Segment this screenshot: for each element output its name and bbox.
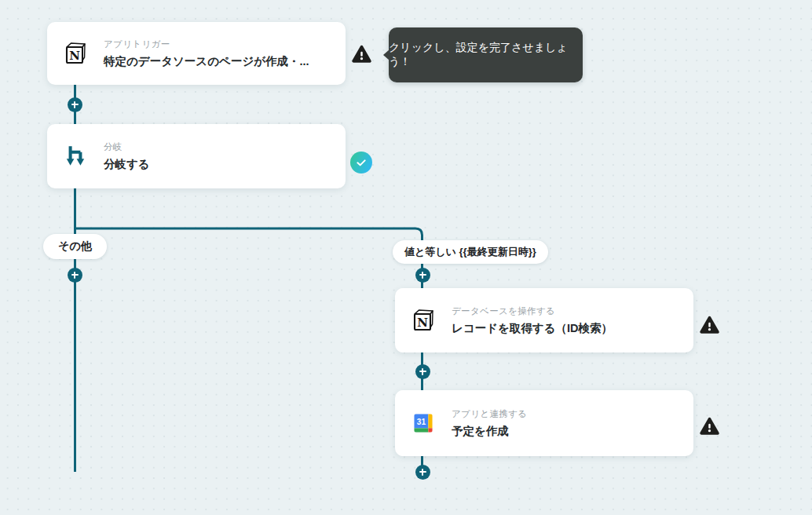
notion-icon: N	[63, 41, 88, 66]
google-calendar-icon: 31	[411, 411, 436, 436]
add-step-button[interactable]	[415, 268, 430, 283]
tooltip-text: クリックし、設定を完了させましょう！	[389, 41, 583, 69]
tooltip-arrow-icon	[383, 49, 390, 60]
branch-label-text: 値と等しい {{最終更新日時}}	[404, 245, 536, 259]
plus-icon	[422, 272, 423, 279]
add-step-button[interactable]	[68, 268, 82, 283]
calendar-day-number: 31	[417, 418, 426, 426]
node-category: データベースを操作する	[452, 305, 613, 317]
plus-icon	[74, 101, 75, 108]
status-complete-badge	[350, 152, 372, 173]
setup-tooltip: クリックし、設定を完了させましょう！	[389, 27, 583, 82]
notion-letter: N	[417, 316, 428, 330]
node-create-event[interactable]: 31 アプリと連携する 予定を作成	[395, 390, 693, 456]
add-step-button[interactable]	[415, 465, 430, 480]
warning-icon[interactable]	[699, 315, 720, 336]
node-category: アプリトリガー	[104, 38, 309, 50]
warning-icon[interactable]	[699, 416, 720, 437]
node-branch[interactable]: 分岐 分岐する	[47, 124, 346, 188]
node-get-record[interactable]: N データベースを操作する レコードを取得する（ID検索）	[395, 288, 693, 352]
branch-label-other[interactable]: その他	[43, 234, 107, 259]
plus-icon	[422, 469, 423, 476]
node-title: 分岐する	[104, 157, 150, 172]
node-category: アプリと連携する	[452, 408, 527, 420]
workflow-canvas: N アプリトリガー 特定のデータソースのページが作成・... クリックし、設定を…	[0, 0, 812, 515]
node-title: 予定を作成	[452, 424, 527, 439]
add-step-button[interactable]	[415, 364, 430, 379]
branch-label-text: その他	[58, 239, 92, 254]
node-app-trigger[interactable]: N アプリトリガー 特定のデータソースのページが作成・...	[47, 22, 346, 85]
node-title: レコードを取得する（ID検索）	[452, 321, 613, 336]
plus-icon	[422, 368, 423, 375]
connector-branch-right	[75, 228, 422, 472]
plus-icon	[74, 272, 75, 279]
add-step-button[interactable]	[68, 97, 82, 112]
branch-label-condition[interactable]: 値と等しい {{最終更新日時}}	[393, 240, 548, 264]
node-category: 分岐	[104, 141, 150, 153]
check-icon	[355, 156, 368, 169]
warning-icon[interactable]	[351, 44, 372, 65]
notion-icon: N	[411, 308, 436, 333]
notion-letter: N	[69, 49, 80, 63]
branch-icon	[63, 144, 88, 169]
node-title: 特定のデータソースのページが作成・...	[104, 54, 309, 69]
